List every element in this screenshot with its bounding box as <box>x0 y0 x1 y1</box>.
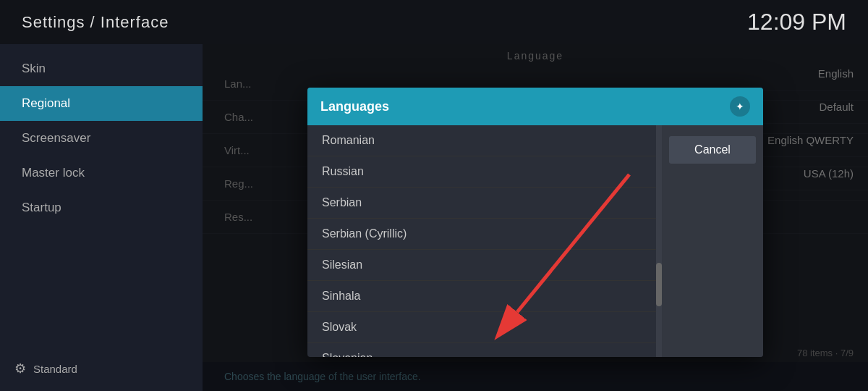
language-list[interactable]: Romanian Russian Serbian Serbian (Cyrill… <box>307 125 656 357</box>
modal-overlay: Languages ✦ Romanian Russian Serbian Ser… <box>203 44 868 391</box>
modal-header: Languages ✦ <box>307 88 763 125</box>
sidebar-item-screensaver[interactable]: Screensaver <box>0 121 203 156</box>
modal-actions: Cancel <box>662 125 763 357</box>
list-item-romanian[interactable]: Romanian <box>307 125 656 156</box>
content-area: Language Lan... Cha... Virt... Reg... Re… <box>203 44 868 391</box>
languages-modal: Languages ✦ Romanian Russian Serbian Ser… <box>307 88 763 357</box>
list-item-slovak[interactable]: Slovak <box>307 312 656 343</box>
list-item-serbian-cyrillic[interactable]: Serbian (Cyrillic) <box>307 219 656 250</box>
list-item-slovenian[interactable]: Slovenian <box>307 343 656 357</box>
page-title: Settings / Interface <box>22 13 169 32</box>
sidebar-item-master-lock[interactable]: Master lock <box>0 156 203 190</box>
main-layout: Skin Regional Screensaver Master lock St… <box>0 44 868 391</box>
list-item-serbian[interactable]: Serbian <box>307 188 656 219</box>
clock: 12:09 PM <box>747 9 846 35</box>
sidebar-nav: Skin Regional Screensaver Master lock St… <box>0 44 203 225</box>
sidebar: Skin Regional Screensaver Master lock St… <box>0 44 203 391</box>
scrollbar-thumb[interactable] <box>656 263 662 306</box>
gear-icon: ⚙ <box>14 361 26 377</box>
modal-title: Languages <box>320 99 389 114</box>
modal-body: Romanian Russian Serbian Serbian (Cyrill… <box>307 125 763 357</box>
sidebar-item-regional[interactable]: Regional <box>0 86 203 121</box>
cancel-button[interactable]: Cancel <box>669 136 756 164</box>
list-item-russian[interactable]: Russian <box>307 156 656 188</box>
sidebar-item-startup[interactable]: Startup <box>0 190 203 225</box>
list-item-sinhala[interactable]: Sinhala <box>307 281 656 312</box>
list-item-silesian[interactable]: Silesian <box>307 250 656 281</box>
sidebar-footer: ⚙ Standard <box>0 353 203 384</box>
sidebar-footer-label: Standard <box>33 363 77 375</box>
app-header: Settings / Interface 12:09 PM <box>0 0 868 44</box>
sidebar-item-skin[interactable]: Skin <box>0 51 203 86</box>
scrollbar[interactable] <box>656 125 662 357</box>
kodi-icon: ✦ <box>730 96 750 117</box>
